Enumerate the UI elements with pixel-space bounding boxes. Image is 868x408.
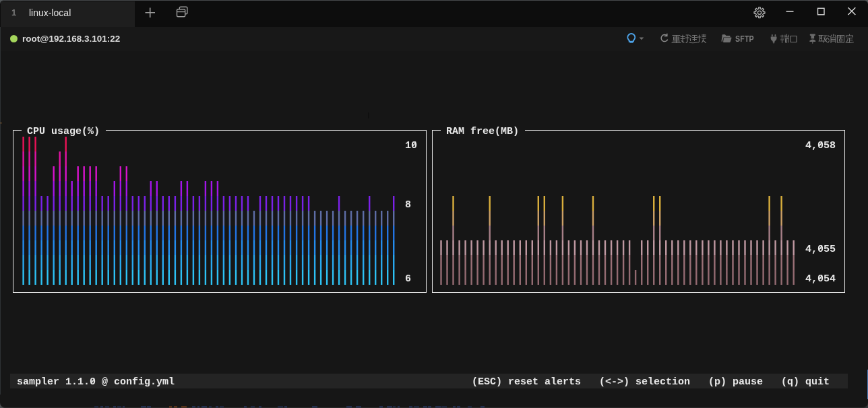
svg-text:RAM free(MB): RAM free(MB) <box>446 126 519 137</box>
svg-text:CPU usage(%): CPU usage(%) <box>27 126 100 137</box>
svg-text:4,054: 4,054 <box>805 273 836 285</box>
svg-text:6: 6 <box>405 273 411 285</box>
svg-text:sampler 1.1.0 @ config.yml: sampler 1.1.0 @ config.yml <box>17 376 175 388</box>
svg-text:4,058: 4,058 <box>805 140 836 151</box>
svg-text:4,055: 4,055 <box>805 244 836 255</box>
svg-text:10: 10 <box>405 140 417 151</box>
svg-text:(ESC) reset alerts (<->) sel: (ESC) reset alerts (<->) selection (p) p… <box>472 376 830 388</box>
svg-text:8: 8 <box>405 199 411 211</box>
